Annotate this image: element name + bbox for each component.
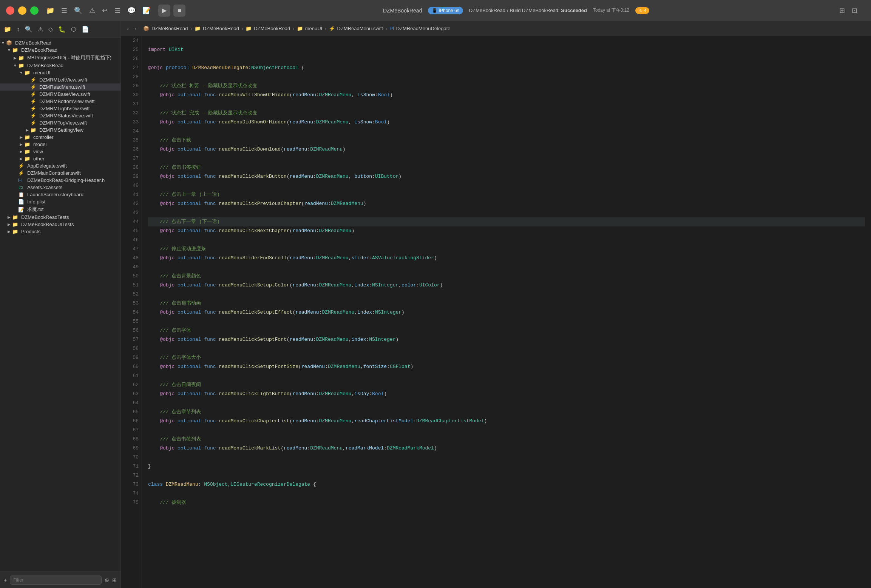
tree-item-readuitests[interactable]: ▶ 📁 DZMeBookReadUITests (0, 221, 120, 228)
sidebar-toolbar: 📁 ↕ 🔍 ⚠ ◇ 🐛 ⬡ 📄 (0, 21, 120, 38)
sidebar-search-icon[interactable]: 🔍 (25, 26, 32, 33)
tree-item-maincontroller[interactable]: ⚡ DZMMainController.swift (0, 169, 120, 177)
forward-button[interactable]: › (133, 25, 138, 32)
build-status: DZMeBookRead › Build DZMeBookRead: Succe… (469, 8, 587, 13)
tree-item-root[interactable]: ▼ 📦 DZMeBookRead (0, 39, 120, 46)
inspector-icon[interactable]: ⊡ (852, 6, 857, 15)
tree-item-appdelegate[interactable]: ⚡ AppDelegate.swift (0, 162, 120, 169)
app-name: DZMeBookRead (383, 8, 422, 14)
code-line-47: /// 停止滚动进度条 (148, 245, 865, 254)
minimize-button[interactable] (18, 6, 26, 15)
sort-icon[interactable]: ⊞ (112, 577, 117, 583)
code-line-52 (148, 290, 865, 299)
code-line-55 (148, 317, 865, 326)
tree-item-launchscreen[interactable]: 📋 LaunchScreen.storyboard (0, 191, 120, 198)
tree-item-statusview[interactable]: ⚡ DZMRMStatusView.swift (0, 112, 120, 119)
tree-item-bottomview[interactable]: ⚡ DZMRMBottomView.swift (0, 98, 120, 105)
sidebar-report-icon[interactable]: 📄 (82, 26, 89, 33)
breadcrumb-item-2[interactable]: 📁 DZMeBookRead (195, 26, 239, 31)
tree-item-infoplist[interactable]: 📄 Info.plist (0, 198, 120, 205)
sidebar-vcs-icon[interactable]: ↕ (17, 26, 20, 33)
code-line-46 (148, 236, 865, 245)
bookmark-icon[interactable]: ↩ (102, 6, 108, 15)
sidebar-debug-icon[interactable]: 🐛 (58, 26, 66, 33)
stop-button[interactable]: ■ (173, 5, 185, 17)
code-line-38: /// 点击书签按钮 (148, 163, 865, 172)
tree-item-lightview[interactable]: ⚡ DZMRMLightView.swift (0, 105, 120, 112)
maximize-button[interactable] (30, 6, 39, 15)
warning-badge[interactable]: ⚠ 4 (635, 7, 649, 14)
code-line-34 (148, 127, 865, 136)
back-button[interactable]: ‹ (125, 25, 130, 32)
breadcrumb-item-3[interactable]: 📁 DZMeBookRead (246, 26, 290, 31)
run-button[interactable]: ▶ (158, 5, 170, 17)
code-line-64 (148, 399, 865, 408)
tree-item-model[interactable]: ▶ 📁 model (0, 141, 120, 148)
tree-item-other[interactable]: ▶ 📁 other (0, 155, 120, 162)
breadcrumb-item-1[interactable]: 📦 DZMeBookRead (143, 26, 188, 31)
timestamp: Today at 下午3:12 (593, 7, 629, 14)
breadcrumb-bar: ‹ › 📦 DZMeBookRead › 📁 DZMeBookRead › 📁 … (121, 21, 871, 36)
code-line-74 (148, 489, 865, 498)
tree-item-group1[interactable]: ▼ 📁 DZMeBookRead (0, 46, 120, 54)
sidebar-breakpoint-icon[interactable]: ⬡ (71, 26, 76, 33)
tree-item-baseview[interactable]: ⚡ DZMRMBaseView.swift (0, 91, 120, 98)
code-line-59: /// 点击字体大小 (148, 353, 865, 362)
line-numbers: 24 25 26 27 28 29 30 31 32 33 34 35 36 3… (121, 36, 142, 588)
grid-icon[interactable]: ⊞ (839, 6, 845, 15)
code-line-70 (148, 453, 865, 462)
tree-item-bridging[interactable]: H DZMeBookRead-Bridging-Header.h (0, 177, 120, 184)
code-line-63: @objc optional func readMenuClickLightBu… (148, 389, 865, 399)
tree-item-view[interactable]: ▶ 📁 view (0, 148, 120, 155)
comment-icon[interactable]: 📝 (142, 6, 151, 15)
search-icon[interactable]: 🔍 (74, 6, 82, 15)
code-line-50: /// 点击背景颜色 (148, 272, 865, 281)
tree-item-topview[interactable]: ⚡ DZMRMTopView.swift (0, 119, 120, 126)
code-line-30: @objc optional func readMenuWillShowOrHi… (148, 91, 865, 100)
bubble-icon[interactable]: 💬 (127, 6, 136, 15)
code-line-28 (148, 72, 865, 82)
code-line-72 (148, 471, 865, 480)
sidebar-issue-icon[interactable]: ⚠ (38, 26, 43, 33)
code-line-62: /// 点击日间夜间 (148, 380, 865, 389)
add-file-icon[interactable]: + (4, 577, 7, 583)
code-content[interactable]: import UIKit @objc protocol DZMReadMenuD… (142, 36, 871, 588)
filter-input[interactable] (10, 576, 102, 585)
breadcrumb-item-4[interactable]: 📁 menuUI (297, 26, 323, 31)
breadcrumb-sep-1: › (190, 25, 192, 32)
device-badge[interactable]: 📱 iPhone 6s (428, 7, 463, 14)
tree-item-qiumo[interactable]: 📝 求魔.txt (0, 205, 120, 214)
tree-item-mbprogress[interactable]: ▶ 📁 MBProgressHUD(...时使用用于阻挡下) (0, 54, 120, 62)
sidebar-test-icon[interactable]: ◇ (48, 26, 53, 33)
tree-item-leftview[interactable]: ⚡ DZMRMLeftView.swift (0, 76, 120, 83)
tree-item-readmenu[interactable]: ⚡ DZMReadMenu.swift (0, 83, 120, 91)
code-line-56: /// 点击字体 (148, 326, 865, 335)
sidebar: 📁 ↕ 🔍 ⚠ ◇ 🐛 ⬡ 📄 ▼ 📦 DZMeBookRead ▼ 📁 DZM… (0, 21, 121, 588)
tree-item-menuui[interactable]: ▼ 📁 menuUI (0, 69, 120, 76)
code-line-69: @objc optional func readMenuClickMarkLis… (148, 444, 865, 453)
breadcrumb-item-6[interactable]: Pl DZMReadMenuDelegate (389, 26, 450, 31)
tree-item-readtests[interactable]: ▶ 📁 DZMeBookReadTests (0, 214, 120, 221)
breadcrumb-sep-5: › (385, 25, 387, 32)
breadcrumb-item-5[interactable]: ⚡ DZMReadMenu.swift (329, 26, 383, 31)
tree-item-controller[interactable]: ▶ 📁 controller (0, 134, 120, 141)
navigator-icon[interactable]: ☰ (61, 6, 67, 15)
code-line-57: @objc optional func readMenuClickSetuptF… (148, 335, 865, 344)
folder-icon[interactable]: 📁 (46, 6, 54, 15)
breadcrumb-nav: ‹ › (125, 25, 138, 32)
tree-item-settingview[interactable]: ▶ 📁 DZMRMSettingView (0, 126, 120, 134)
list-icon[interactable]: ☰ (114, 6, 120, 15)
tree-item-dzm[interactable]: ▼ 📁 DZMeBookRead (0, 62, 120, 69)
close-button[interactable] (6, 6, 14, 15)
code-line-32: /// 状态栏 完成 - 隐藏以及显示状态改变 (148, 109, 865, 118)
code-line-58 (148, 344, 865, 353)
code-line-67 (148, 426, 865, 435)
code-line-75: /// 被制器 (148, 498, 865, 507)
code-line-36: @objc optional func readMenuClickDownloa… (148, 145, 865, 154)
filter-options-icon[interactable]: ⊕ (105, 577, 109, 583)
code-line-43 (148, 208, 865, 217)
tree-item-products[interactable]: ▶ 📁 Products (0, 228, 120, 235)
sidebar-folder-icon[interactable]: 📁 (4, 26, 11, 33)
warning-icon[interactable]: ⚠ (89, 6, 95, 15)
tree-item-assets[interactable]: 🗂 Assets.xcassets (0, 184, 120, 191)
